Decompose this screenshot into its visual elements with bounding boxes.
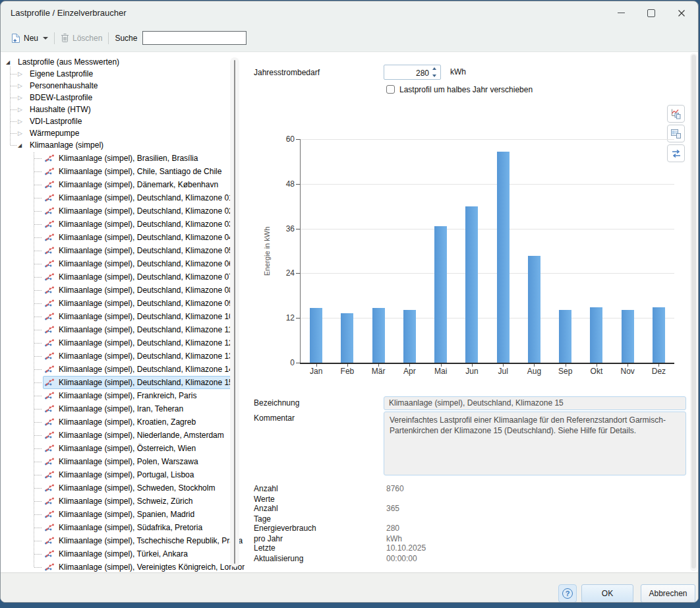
- tree-guide-line: [11, 98, 16, 98]
- tree-leaf[interactable]: Klimaanlage (simpel), Kroatien, Zagreb: [43, 415, 200, 429]
- collapsed-arrow-icon[interactable]: ▷: [18, 71, 28, 77]
- tree-leaf[interactable]: Klimaanlage (simpel), Schweiz, Zürich: [43, 495, 196, 508]
- annual-demand-input[interactable]: [386, 66, 430, 80]
- tree-scrollbar[interactable]: [230, 57, 239, 567]
- tree-leaf[interactable]: Klimaanlage (simpel), Portugal, Lisboa: [43, 468, 198, 481]
- tree-leaf[interactable]: Klimaanlage (simpel), Deutschland, Klima…: [43, 363, 237, 376]
- tree-leaf[interactable]: Klimaanlage (simpel), Deutschland, Klima…: [43, 257, 237, 270]
- search-input[interactable]: [142, 31, 247, 45]
- x-axis-tick-label: Dez: [643, 367, 674, 377]
- tree-leaf[interactable]: Klimaanlage (simpel), Österreich, Wien: [43, 442, 200, 455]
- tree-leaf[interactable]: Klimaanlage (simpel), Tschechische Repub…: [43, 534, 245, 547]
- tree-leaf-label: Klimaanlage (simpel), Deutschland, Klima…: [57, 351, 233, 361]
- tree-leaf[interactable]: Klimaanlage (simpel), Spanien, Madrid: [43, 508, 198, 521]
- spinner-up-button[interactable]: [429, 65, 440, 73]
- tree-leaf[interactable]: Klimaanlage (simpel), Türkei, Ankara: [43, 547, 192, 561]
- bezeichnung-field[interactable]: Klimaanlage (simpel), Deutschland, Klima…: [384, 396, 686, 410]
- tree-leaf[interactable]: Klimaanlage (simpel), Südafrika, Pretori…: [43, 521, 206, 534]
- tree-leaf-label: Klimaanlage (simpel), Iran, Teheran: [57, 404, 183, 413]
- tree-item[interactable]: ▷Eigene Lastprofile: [18, 68, 93, 80]
- tree-leaf-label: Klimaanlage (simpel), Brasilien, Brasíli…: [57, 154, 198, 163]
- cancel-button[interactable]: Abbrechen: [641, 584, 695, 603]
- tree-guide-line: [34, 567, 42, 568]
- spinner-down-button[interactable]: [429, 73, 440, 80]
- minimize-button[interactable]: [606, 1, 636, 24]
- tree-leaf[interactable]: Klimaanlage (simpel), Chile, Santiago de…: [43, 165, 225, 178]
- bar-apr: [403, 310, 416, 363]
- tree-guide-line: [34, 290, 42, 291]
- kommentar-field[interactable]: Vereinfachtes Lastprofil einer Klimaanla…: [384, 411, 686, 475]
- tree-item[interactable]: ▷Haushalte (HTW): [18, 104, 91, 115]
- tree-leaf[interactable]: Klimaanlage (simpel), Polen, Warszawa: [43, 455, 202, 468]
- tree-leaf-label: Klimaanlage (simpel), Österreich, Wien: [57, 444, 196, 453]
- panel-scrollbar[interactable]: [690, 53, 697, 571]
- tree-leaf-label: Klimaanlage (simpel), Portugal, Lisboa: [57, 470, 194, 479]
- close-button[interactable]: [666, 1, 697, 24]
- annual-demand-label: Jahresstrombedarf: [254, 67, 320, 78]
- shift-checkbox[interactable]: [386, 85, 395, 94]
- x-axis-tick-mark: [566, 364, 566, 367]
- tree-leaf[interactable]: Klimaanlage (simpel), Deutschland, Klima…: [43, 297, 237, 310]
- load-profile-icon: [45, 286, 54, 294]
- tree-leaf[interactable]: Klimaanlage (simpel), Vereinigtes Königr…: [43, 561, 245, 572]
- x-axis-tick-label: Apr: [394, 367, 425, 377]
- x-axis-tick-mark: [534, 364, 535, 367]
- tree-item[interactable]: ▷Wärmepumpe: [18, 127, 79, 139]
- expanded-arrow-icon[interactable]: ◢: [6, 59, 16, 65]
- tree-item-expanded[interactable]: ◢Klimaanlage (simpel): [18, 139, 103, 151]
- tree-root-label: Lastprofile (aus Messwerten): [16, 57, 119, 67]
- tree-leaf[interactable]: Klimaanlage (simpel), Deutschland, Klima…: [43, 323, 237, 336]
- tree-leaf[interactable]: Klimaanlage (simpel), Deutschland, Klima…: [43, 218, 237, 231]
- expanded-arrow-icon[interactable]: ◢: [18, 142, 28, 148]
- tree-leaf[interactable]: Klimaanlage (simpel), Deutschland, Klima…: [43, 336, 237, 350]
- tree-leaf[interactable]: Klimaanlage (simpel), Deutschland, Klima…: [43, 231, 237, 244]
- tree-leaf[interactable]: Klimaanlage (simpel), Deutschland, Klima…: [43, 284, 237, 297]
- y-axis-tick-mark: [296, 139, 300, 140]
- tree-guide-line: [34, 224, 42, 225]
- tree-guide-line: [34, 251, 42, 251]
- tree-scrollbar-thumb[interactable]: [234, 60, 235, 564]
- panel-scrollbar-thumb[interactable]: [691, 55, 696, 568]
- new-button[interactable]: Neu: [11, 33, 48, 44]
- tree-leaf[interactable]: Klimaanlage (simpel), Deutschland, Klima…: [43, 204, 237, 218]
- tree-leaf[interactable]: Klimaanlage (simpel), Deutschland, Klima…: [43, 376, 237, 389]
- y-axis-tick-mark: [296, 229, 300, 229]
- bar-dez: [653, 307, 665, 363]
- load-profile-icon: [45, 405, 54, 413]
- tree-leaf[interactable]: Klimaanlage (simpel), Deutschland, Klima…: [43, 270, 237, 284]
- tree-leaf[interactable]: Klimaanlage (simpel), Dänemark, Københav…: [43, 178, 222, 191]
- collapsed-arrow-icon[interactable]: ▷: [18, 130, 28, 137]
- tree-leaf[interactable]: Klimaanlage (simpel), Schweden, Stockhol…: [43, 481, 219, 495]
- tree-leaf[interactable]: Klimaanlage (simpel), Niederlande, Amste…: [43, 429, 228, 442]
- tree-leaf-label: Klimaanlage (simpel), Deutschland, Klima…: [57, 338, 233, 348]
- tree-item[interactable]: ▷Personenhaushalte: [18, 80, 98, 92]
- annual-demand-field: [384, 65, 441, 80]
- help-button[interactable]: ?: [558, 584, 577, 603]
- tree-root[interactable]: ◢Lastprofile (aus Messwerten): [6, 56, 119, 68]
- ok-button[interactable]: OK: [581, 584, 633, 603]
- y-axis-tick-label: 12: [274, 313, 295, 323]
- maximize-button[interactable]: [636, 1, 666, 24]
- collapsed-arrow-icon[interactable]: ▷: [18, 82, 28, 89]
- maximize-icon: [647, 9, 655, 17]
- collapsed-arrow-icon[interactable]: ▷: [18, 94, 28, 101]
- tree-leaf[interactable]: Klimaanlage (simpel), Iran, Teheran: [43, 402, 187, 415]
- delete-button[interactable]: Löschen: [61, 33, 102, 43]
- tree-leaf[interactable]: Klimaanlage (simpel), Deutschland, Klima…: [43, 310, 237, 323]
- collapsed-arrow-icon[interactable]: ▷: [18, 118, 28, 125]
- tree-guide-line: [11, 74, 16, 75]
- tree-leaf[interactable]: Klimaanlage (simpel), Deutschland, Klima…: [43, 244, 237, 257]
- tree-leaf-label: Klimaanlage (simpel), Deutschland, Klima…: [57, 312, 233, 321]
- copy-chart-button[interactable]: [667, 105, 685, 123]
- tree-item[interactable]: ▷VDI-Lastprofile: [18, 115, 82, 127]
- tree-guide-line: [34, 211, 42, 212]
- tree-leaf[interactable]: Klimaanlage (simpel), Frankreich, Paris: [43, 389, 200, 402]
- tree-leaf[interactable]: Klimaanlage (simpel), Deutschland, Klima…: [43, 350, 237, 363]
- tree-leaf[interactable]: Klimaanlage (simpel), Brasilien, Brasíli…: [43, 152, 202, 165]
- tree-item[interactable]: ▷BDEW-Lastprofile: [18, 92, 92, 104]
- collapsed-arrow-icon[interactable]: ▷: [18, 106, 28, 113]
- tree-leaf[interactable]: Klimaanlage (simpel), Deutschland, Klima…: [43, 191, 237, 204]
- annual-demand-stepper[interactable]: [429, 65, 440, 79]
- tree-guide-line: [34, 528, 42, 528]
- shift-checkbox-row: Lastprofil um halbes Jahr verschieben: [386, 84, 533, 94]
